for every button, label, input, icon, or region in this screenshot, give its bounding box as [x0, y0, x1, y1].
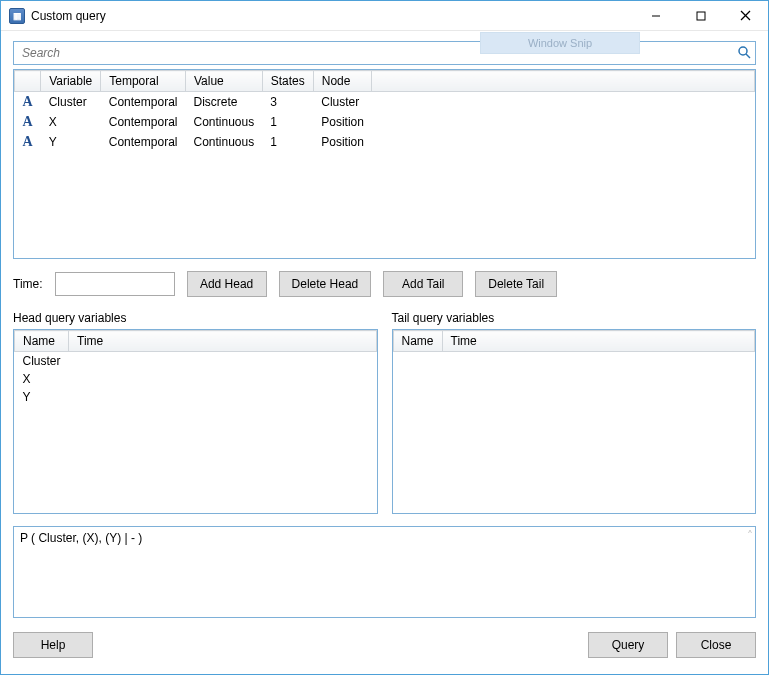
delete-head-button[interactable]: Delete Head: [279, 271, 372, 297]
maximize-button[interactable]: [678, 1, 723, 30]
head-query-label: Head query variables: [13, 311, 378, 325]
search-input[interactable]: [20, 45, 737, 61]
cell-states: 3: [262, 92, 313, 113]
head-cell-time: [69, 388, 376, 406]
maximize-icon: [696, 11, 706, 21]
table-row[interactable]: A X Contemporal Continuous 1 Position: [15, 112, 755, 132]
svg-line-5: [746, 54, 750, 58]
search-box[interactable]: [13, 41, 756, 65]
close-button[interactable]: Close: [676, 632, 756, 658]
cell-node: Position: [313, 132, 372, 152]
svg-point-4: [739, 47, 747, 55]
head-col-name[interactable]: Name: [15, 331, 69, 352]
list-item[interactable]: Y: [15, 388, 377, 406]
tail-col-time[interactable]: Time: [442, 331, 754, 352]
col-temporal[interactable]: Temporal: [101, 71, 186, 92]
col-variable[interactable]: Variable: [41, 71, 101, 92]
variable-type-icon: A: [15, 112, 41, 132]
variables-table-panel: Variable Temporal Value States Node A Cl…: [13, 69, 756, 259]
cell-value: Continuous: [185, 112, 262, 132]
col-states[interactable]: States: [262, 71, 313, 92]
cell-value: Discrete: [185, 92, 262, 113]
time-input[interactable]: [55, 272, 175, 296]
col-icon[interactable]: [15, 71, 41, 92]
bottom-bar: Help Query Close: [13, 632, 756, 658]
cell-node: Cluster: [313, 92, 372, 113]
head-cell-name: Y: [15, 388, 69, 406]
table-row[interactable]: A Cluster Contemporal Discrete 3 Cluster: [15, 92, 755, 113]
cell-node: Position: [313, 112, 372, 132]
head-query-panel: Head query variables Name Time Cluster X: [13, 311, 378, 514]
expression-text: P ( Cluster, (X), (Y) | - ): [20, 531, 142, 545]
cell-temporal: Contemporal: [101, 92, 186, 113]
search-icon[interactable]: [737, 45, 751, 62]
table-row[interactable]: A Y Contemporal Continuous 1 Position: [15, 132, 755, 152]
close-window-button[interactable]: [723, 1, 768, 30]
cell-states: 1: [262, 132, 313, 152]
cell-variable: X: [41, 112, 101, 132]
svg-rect-1: [697, 12, 705, 20]
time-row: Time: Add Head Delete Head Add Tail Dele…: [13, 271, 756, 297]
query-button[interactable]: Query: [588, 632, 668, 658]
minimize-button[interactable]: [633, 1, 678, 30]
tail-col-name[interactable]: Name: [393, 331, 442, 352]
cell-temporal: Contemporal: [101, 132, 186, 152]
variables-table[interactable]: Variable Temporal Value States Node A Cl…: [14, 70, 755, 152]
head-list[interactable]: Name Time Cluster X Y: [13, 329, 378, 514]
tail-query-label: Tail query variables: [392, 311, 757, 325]
variable-type-icon: A: [15, 92, 41, 113]
help-button[interactable]: Help: [13, 632, 93, 658]
scroll-up-icon[interactable]: ˄: [747, 529, 753, 543]
close-icon: [740, 10, 751, 21]
tail-query-panel: Tail query variables Name Time: [392, 311, 757, 514]
title-bar: ▦ Custom query: [1, 1, 768, 31]
minimize-icon: [651, 11, 661, 21]
add-head-button[interactable]: Add Head: [187, 271, 267, 297]
window-title: Custom query: [31, 9, 106, 23]
list-item[interactable]: Cluster: [15, 352, 377, 371]
head-cell-time: [69, 352, 376, 371]
cell-temporal: Contemporal: [101, 112, 186, 132]
cell-variable: Y: [41, 132, 101, 152]
cell-states: 1: [262, 112, 313, 132]
cell-variable: Cluster: [41, 92, 101, 113]
delete-tail-button[interactable]: Delete Tail: [475, 271, 557, 297]
head-cell-time: [69, 370, 376, 388]
head-cell-name: Cluster: [15, 352, 69, 371]
cell-value: Continuous: [185, 132, 262, 152]
head-cell-name: X: [15, 370, 69, 388]
head-col-time[interactable]: Time: [69, 331, 376, 352]
time-label: Time:: [13, 277, 43, 291]
tail-list[interactable]: Name Time: [392, 329, 757, 514]
col-value[interactable]: Value: [185, 71, 262, 92]
col-filler: [372, 71, 755, 92]
variable-type-icon: A: [15, 132, 41, 152]
add-tail-button[interactable]: Add Tail: [383, 271, 463, 297]
list-item[interactable]: X: [15, 370, 377, 388]
col-node[interactable]: Node: [313, 71, 372, 92]
expression-box[interactable]: P ( Cluster, (X), (Y) | - ) ˄: [13, 526, 756, 618]
app-icon: ▦: [9, 8, 25, 24]
